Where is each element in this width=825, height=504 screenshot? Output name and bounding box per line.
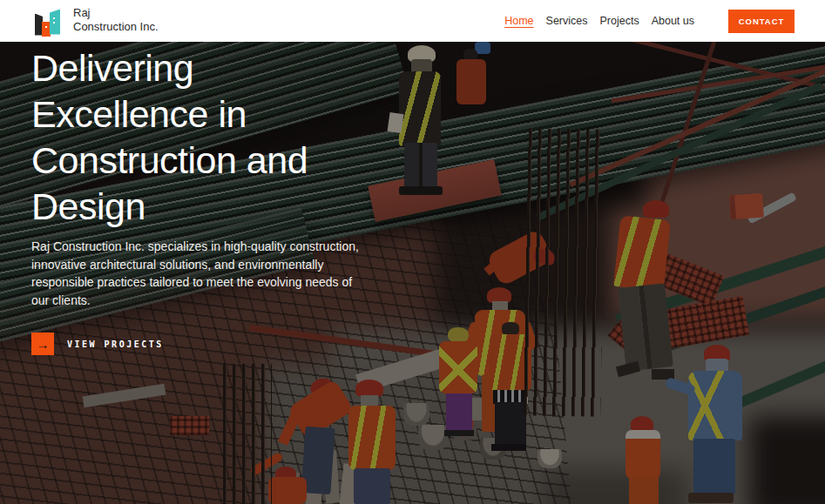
logo[interactable]: Raj Construction Inc.	[35, 6, 159, 37]
nav-item-about[interactable]: About us	[652, 15, 694, 27]
view-projects-label[interactable]: VIEW PROJECTS	[67, 339, 164, 349]
brand-line2: Construction Inc.	[73, 20, 159, 34]
nav-item-home[interactable]: Home	[504, 15, 533, 27]
buildings-logo-icon	[35, 10, 62, 37]
brand-line1: Raj	[73, 6, 159, 20]
nav-item-projects[interactable]: Projects	[600, 15, 639, 27]
arrow-right-icon[interactable]: →	[31, 333, 54, 355]
brand-name: Raj Construction Inc.	[73, 6, 159, 37]
logo-building-orange	[42, 22, 51, 37]
site-header: Raj Construction Inc. Home Services Proj…	[0, 0, 825, 42]
view-projects-cta[interactable]: → VIEW PROJECTS	[31, 333, 359, 355]
logo-building-teal	[50, 10, 60, 35]
contact-button[interactable]: CONTACT	[728, 10, 795, 33]
hero-paragraph: Raj Construction Inc. specializes in hig…	[31, 238, 359, 309]
hero-section: Delivering Excellence in Construction an…	[0, 42, 825, 504]
main-nav: Home Services Projects About us CONTACT	[504, 10, 795, 33]
nav-item-services[interactable]: Services	[546, 15, 588, 27]
hero-content: Delivering Excellence in Construction an…	[31, 42, 359, 355]
arrow-glyph: →	[37, 337, 50, 352]
hero-heading: Delivering Excellence in Construction an…	[31, 45, 359, 230]
